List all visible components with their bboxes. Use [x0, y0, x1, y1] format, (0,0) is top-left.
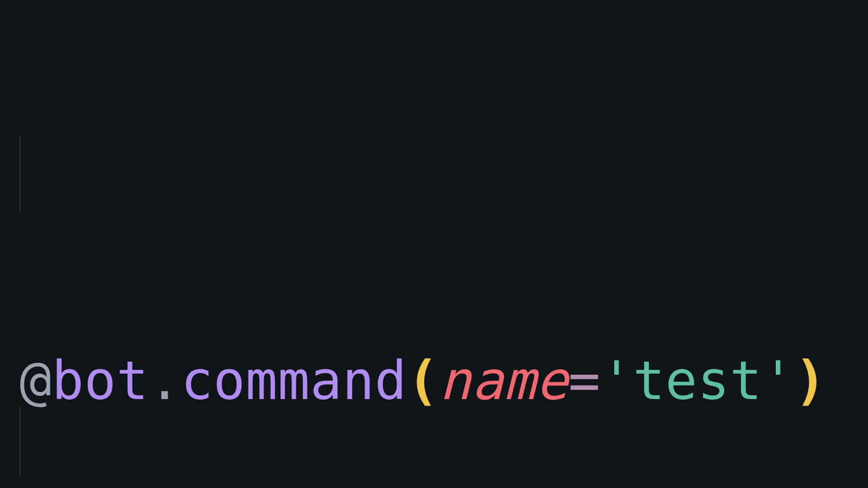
dot: .	[149, 350, 181, 412]
code-editor[interactable]: @bot.command(name='test') async def test…	[0, 0, 868, 488]
string-test: test	[633, 350, 762, 412]
paren-close: )	[794, 350, 827, 412]
decorator-at: @	[20, 350, 52, 412]
equals: =	[569, 350, 601, 412]
string-quote: '	[601, 350, 633, 412]
paren-open: (	[407, 350, 439, 412]
method-command: command	[181, 350, 407, 412]
indent-guide	[20, 136, 21, 211]
code-line-1: @bot.command(name='test')	[20, 348, 868, 414]
kwarg-name: name	[439, 350, 569, 412]
identifier-bot: bot	[52, 350, 149, 412]
indent-guide	[20, 407, 21, 477]
string-quote: '	[762, 350, 795, 412]
